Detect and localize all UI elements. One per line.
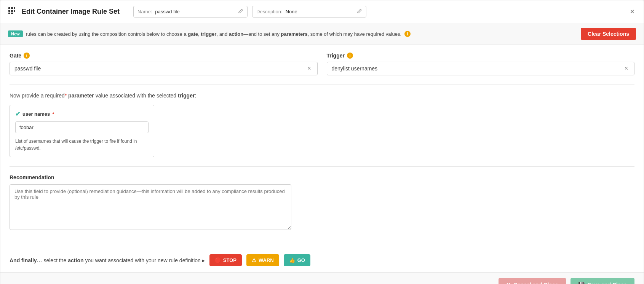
recommendation-section: Recommendation — [10, 174, 634, 231]
description-edit-icon[interactable] — [357, 8, 362, 15]
svg-rect-1 — [11, 7, 13, 9]
close-button[interactable]: × — [628, 6, 636, 18]
action-text: And finally… select the action you want … — [10, 257, 205, 263]
svg-rect-7 — [11, 13, 13, 14]
header-fields: Name: passwd file Description: None — [133, 6, 622, 18]
save-icon: 💾 — [578, 282, 585, 284]
clear-selections-button[interactable]: Clear Selections — [581, 28, 636, 40]
name-edit-icon[interactable] — [238, 8, 243, 15]
warn-icon: ⚠ — [252, 257, 256, 263]
selectors-row: Gate i passwd file × Trigger i denylist … — [10, 53, 634, 75]
trigger-label: Trigger i — [327, 53, 635, 59]
recommendation-label: Recommendation — [10, 174, 634, 180]
trigger-value: denylist usernames — [332, 65, 623, 72]
action-section: And finally… select the action you want … — [0, 248, 644, 272]
recommendation-textarea[interactable] — [10, 184, 291, 230]
description-value: None — [286, 9, 297, 14]
required-star: * — [52, 111, 54, 117]
parameter-field-label: user names — [22, 111, 50, 117]
modal-footer: ✕ Cancel and Close 💾 Save and Close — [0, 272, 644, 284]
stop-label: STOP — [223, 257, 237, 263]
modal-container: Edit Container Image Rule Set Name: pass… — [0, 0, 644, 284]
gate-clear-icon[interactable]: × — [306, 65, 312, 72]
warn-button[interactable]: ⚠ WARN — [246, 254, 279, 266]
modal-header: Edit Container Image Rule Set Name: pass… — [0, 0, 644, 23]
banner: New rules can be created by using the co… — [0, 23, 644, 45]
svg-rect-3 — [8, 10, 10, 12]
gate-info-icon[interactable]: i — [24, 53, 30, 59]
trigger-group: Trigger i denylist usernames × — [327, 53, 635, 75]
parameter-box: ✔ user names* List of usernames that wil… — [10, 105, 154, 157]
gate-selector[interactable]: passwd file × — [10, 62, 318, 75]
go-label: GO — [297, 257, 305, 263]
gate-group: Gate i passwd file × — [10, 53, 318, 75]
name-label: Name: — [137, 9, 152, 14]
description-field[interactable]: Description: None — [252, 6, 366, 18]
trigger-selector[interactable]: denylist usernames × — [327, 62, 635, 75]
parameter-box-header: ✔ user names* — [15, 110, 149, 118]
divider-1 — [10, 85, 634, 85]
svg-rect-2 — [14, 7, 15, 9]
check-icon: ✔ — [15, 110, 20, 118]
description-label: Description: — [256, 9, 283, 14]
header-grid-icon — [8, 7, 16, 16]
page-title: Edit Container Image Rule Set — [22, 8, 120, 16]
warn-label: WARN — [259, 257, 274, 263]
gate-value: passwd file — [14, 65, 306, 72]
svg-rect-0 — [8, 7, 10, 9]
cancel-close-label: Cancel and Close — [514, 282, 558, 284]
save-close-button[interactable]: 💾 Save and Close — [570, 278, 635, 284]
svg-rect-5 — [14, 10, 15, 12]
gate-label: Gate i — [10, 53, 318, 59]
banner-info-icon[interactable]: i — [404, 31, 411, 37]
trigger-info-icon[interactable]: i — [347, 53, 353, 59]
new-badge: New — [8, 30, 23, 37]
svg-rect-4 — [11, 10, 13, 12]
divider-2 — [10, 166, 634, 167]
parameter-input[interactable] — [15, 121, 149, 133]
svg-rect-6 — [8, 13, 10, 14]
cancel-close-button[interactable]: ✕ Cancel and Close — [499, 278, 566, 284]
go-icon: 👍 — [289, 257, 295, 263]
name-field[interactable]: Name: passwd file — [133, 6, 248, 18]
main-content: Gate i passwd file × Trigger i denylist … — [0, 45, 644, 248]
banner-text: rules can be created by using the compos… — [26, 31, 401, 37]
stop-icon: 🛑 — [215, 257, 221, 263]
parameter-description: List of usernames that will cause the tr… — [15, 138, 149, 152]
parameter-section: Now provide a required* parameter value … — [10, 93, 634, 157]
stop-button[interactable]: 🛑 STOP — [209, 254, 242, 266]
go-button[interactable]: 👍 GO — [284, 254, 310, 266]
name-value: passwd file — [155, 9, 179, 14]
cancel-x-icon: ✕ — [506, 282, 511, 284]
parameter-intro-text: Now provide a required* parameter value … — [10, 93, 634, 99]
save-close-label: Save and Close — [588, 282, 627, 284]
trigger-clear-icon[interactable]: × — [623, 65, 630, 72]
